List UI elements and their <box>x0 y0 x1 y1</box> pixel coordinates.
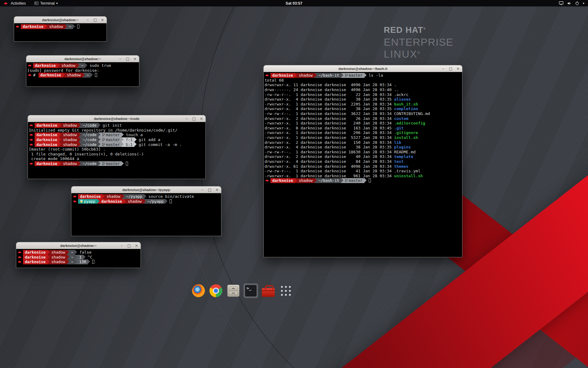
chevron-down-icon: ▾ <box>56 2 58 5</box>
window-titlebar[interactable]: darknoise@shadow:~ – □ × <box>14 17 107 23</box>
window-titlebar[interactable]: darknoise@shadow:~ – □ × <box>26 56 139 62</box>
prompt-git-segment: master <box>100 132 122 137</box>
dock-firefox[interactable] <box>191 283 206 298</box>
maximize-button[interactable]: □ <box>126 57 129 61</box>
minimize-button[interactable]: – <box>120 244 123 247</box>
terminal-line: darknoiseshadow~/codemaster <box>29 161 205 166</box>
terminal-line: [master (root-commit) 50bcb63] . <box>29 147 205 152</box>
prompt-user-segment: darknoise <box>270 178 295 183</box>
close-button[interactable]: × <box>456 67 460 71</box>
window-titlebar[interactable]: darknoise@shadow:~/pyapp – □ × <box>71 186 221 193</box>
terminal-content[interactable]: darknoiseshadow~ <box>14 24 106 41</box>
file-attributes: drwxrwxr-x. 11 darknoise darknoise 4096 … <box>265 82 394 87</box>
prompt-user-segment: darknoise <box>23 255 47 260</box>
maximize-button[interactable]: □ <box>192 117 196 121</box>
chevron-down-icon: ▾ <box>583 2 584 5</box>
prompt-host-segment: shadow <box>50 255 67 260</box>
dock-toolbox[interactable] <box>261 283 276 298</box>
terminal-window-bashit: darknoise@shadow:~/bash-it – □ × darknoi… <box>263 65 462 257</box>
activities-label: Activities <box>11 1 26 6</box>
terminal-line: drwxrwxr-x. 4 darknoise darknoise 38 Jan… <box>265 97 461 102</box>
clock[interactable]: Sat 03:57 <box>286 1 303 6</box>
powerline-separator <box>85 63 87 68</box>
dock-terminal[interactable]: >_ <box>243 283 258 298</box>
prompt-git-segment: master <box>343 178 364 183</box>
file-attributes: drwxrwxr-x. 4 darknoise darknoise 38 Jan… <box>265 106 394 111</box>
window-titlebar[interactable]: darknoise@shadow:~/code – □ × <box>28 115 205 122</box>
dock-app-grid[interactable] <box>278 283 293 298</box>
display-icon <box>559 1 564 5</box>
close-button[interactable]: × <box>133 57 137 61</box>
prompt-host-segment: shadow <box>297 73 315 78</box>
powerline-separator <box>59 142 61 147</box>
file-name: README.md <box>394 150 416 154</box>
maximize-button[interactable]: □ <box>127 244 131 247</box>
terminal-content[interactable]: darknoiseshadow~sudo true[sudo] password… <box>27 63 139 86</box>
redhat-prompt-icon <box>73 195 77 198</box>
close-button[interactable]: × <box>135 244 138 247</box>
powerline-separator <box>79 137 81 142</box>
prompt-path-segment: ~ <box>79 63 85 68</box>
minimize-button[interactable]: – <box>201 188 204 192</box>
git-branch-icon <box>102 138 105 141</box>
system-status-area[interactable]: ▾ <box>559 0 588 6</box>
dock-chrome[interactable] <box>209 283 223 298</box>
file-name: CONTRIBUTING.md <box>394 111 430 116</box>
terminal-line: -rw-rw-r--. 1 darknoise darknoise 41 Jan… <box>265 169 461 174</box>
maximize-button[interactable]: □ <box>93 18 97 22</box>
window-titlebar[interactable]: darknoise@shadow:~/bash-it – □ × <box>264 65 462 72</box>
app-menu-terminal[interactable]: Terminal ▾ <box>32 0 60 6</box>
command-text: git init <box>103 123 122 128</box>
powerline-separator <box>103 194 105 199</box>
powerline-separator <box>67 250 69 255</box>
powerline-separator <box>122 132 124 137</box>
redhat-prompt-icon <box>18 256 21 259</box>
prompt-host-segment: shadow <box>61 123 79 128</box>
activities-button[interactable]: Activities <box>1 0 28 6</box>
window-titlebar[interactable]: darknoise@shadow:~ – □ × <box>16 242 141 249</box>
terminal-line: darknoiseshadow~false <box>17 250 140 255</box>
minimize-button[interactable]: – <box>442 67 445 71</box>
powerline-separator <box>47 259 50 264</box>
git-branch-icon <box>102 162 105 165</box>
prompt-user-segment: darknoise <box>100 199 124 204</box>
file-name: uninstall.sh <box>394 174 423 178</box>
dock-files[interactable] <box>226 283 241 298</box>
powerline-separator <box>122 161 124 166</box>
registered-mark: ® <box>417 51 420 55</box>
terminal-line: darknoiseshadow~130 <box>17 259 140 264</box>
file-attributes: -rw-rw-r--. 1 darknoise darknoise 22 Jan… <box>265 92 394 97</box>
file-name: test <box>394 159 404 164</box>
minimize-button[interactable]: – <box>86 18 89 22</box>
file-manager-icon <box>227 285 239 297</box>
file-attributes: -rwxrwxr-x. 1 darknoise darknoise 206 Ja… <box>265 130 394 135</box>
output-text: total 68 <box>265 78 284 82</box>
prompt-host-segment: shadow <box>50 250 67 255</box>
minimize-button[interactable]: – <box>185 117 188 121</box>
terminal-line: -rwxrwxr-x. 1 darknoise darknoise 2205 J… <box>265 102 461 107</box>
terminal-line: drwxrwxr-x. 2 darknoise darknoise 26 Jan… <box>265 116 461 121</box>
terminal-content[interactable]: darknoiseshadow~/bash-itmasterls -latota… <box>264 72 462 257</box>
minimize-button[interactable]: – <box>119 57 122 61</box>
prompt-path-segment: ~/bash-it <box>317 73 341 78</box>
redhat-prompt-icon <box>28 74 32 76</box>
prompt-path-segment: ~/code <box>81 137 98 142</box>
close-button[interactable]: × <box>200 117 203 121</box>
command-text: ls -la <box>369 73 383 78</box>
prompt-host-segment: shadow <box>61 132 79 137</box>
powerline-separator <box>79 132 81 137</box>
powerline-separator <box>364 178 367 183</box>
maximize-button[interactable]: □ <box>449 67 452 71</box>
terminal-content[interactable]: darknoiseshadow~/codegit initInitialized… <box>28 122 205 178</box>
powerline-separator <box>144 199 146 204</box>
prompt-user-segment: darknoise <box>23 259 47 264</box>
redhat-prompt-icon <box>29 143 33 146</box>
close-button[interactable]: × <box>101 18 104 22</box>
close-button[interactable]: × <box>215 188 219 192</box>
terminal-content[interactable]: darknoiseshadow~/pyappsource bin/activat… <box>72 194 221 236</box>
terminal-line: -rwxrwxr-x. 1 darknoise darknoise 961 Ja… <box>265 173 461 178</box>
file-name: template <box>394 154 413 159</box>
terminal-content[interactable]: darknoiseshadow~falsedarknoiseshadow~1^C… <box>17 249 140 267</box>
maximize-button[interactable]: □ <box>208 188 211 192</box>
prompt-host-segment: shadow <box>105 194 122 199</box>
